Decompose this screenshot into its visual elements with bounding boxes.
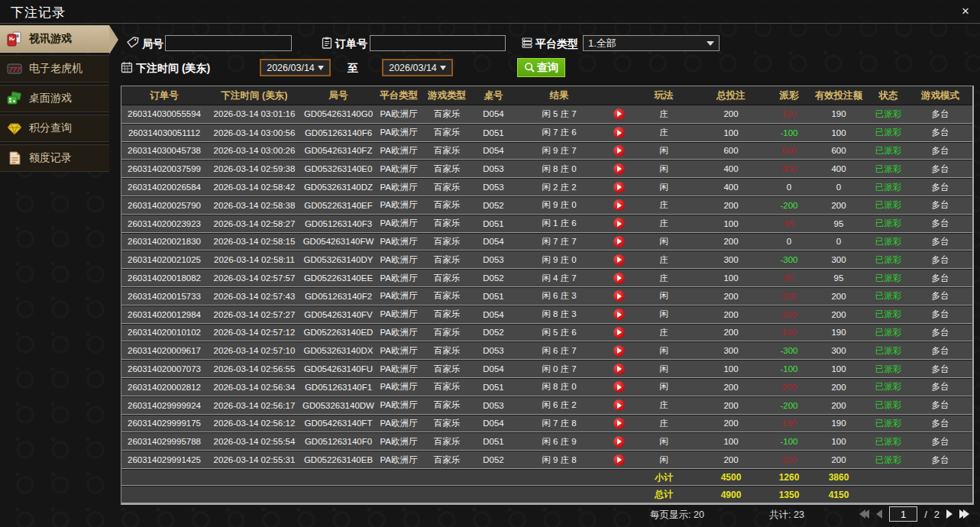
play-button[interactable] [613, 273, 625, 284]
cell-platform: PA欧洲厅 [375, 142, 422, 160]
cell-game_type: 百家乐 [422, 178, 471, 196]
subtotal-row-cell-play: 小计 [635, 469, 693, 487]
grandtotal-row-cell-order [121, 486, 207, 503]
play-button[interactable] [613, 290, 625, 302]
play-button[interactable] [613, 436, 625, 448]
sidebar-item-label: 额度记录 [29, 151, 72, 165]
cell-status: 已派彩 [868, 251, 908, 269]
cell-payout: -200 [769, 196, 809, 215]
column-header [603, 86, 635, 105]
play-button[interactable] [613, 163, 625, 175]
cell-platform: PA欧洲厅 [375, 451, 422, 469]
cell-order: 260314020015733 [121, 287, 207, 306]
table-row: 2603140200129842026-03-14 02:57:27GD0542… [121, 306, 972, 324]
cell-time: 2026-03-14 02:59:38 [207, 160, 302, 178]
play-button[interactable] [613, 327, 625, 338]
play-button[interactable] [613, 145, 625, 157]
cell-play: 庄 [635, 124, 693, 142]
cell-payout: 400 [769, 160, 809, 178]
prev-page-icon[interactable] [876, 509, 882, 519]
first-page-icon[interactable] [859, 509, 869, 519]
cell-platform: PA欧洲厅 [375, 287, 422, 306]
play-button[interactable] [613, 127, 625, 138]
play-button[interactable] [613, 418, 625, 429]
play-button[interactable] [613, 182, 625, 193]
cell-status: 已派彩 [868, 451, 908, 469]
cell-round: GD051263140F6 [302, 124, 375, 142]
cell-result: 闲 1 庄 6 [516, 215, 603, 233]
play-button[interactable] [613, 218, 625, 229]
cell-play_btn [603, 160, 635, 178]
svg-text:777: 777 [8, 66, 21, 73]
cell-payout: -100 [769, 360, 809, 378]
query-button-label: 查询 [537, 61, 558, 75]
current-page-input[interactable]: 1 [889, 506, 917, 522]
cell-result: 闲 8 庄 0 [516, 160, 603, 178]
last-page-icon[interactable] [959, 509, 969, 519]
subtotal-row-cell-total_bet: 4500 [693, 469, 769, 487]
cell-valid_bet: 200 [809, 378, 868, 396]
play-button[interactable] [613, 108, 625, 120]
cell-total_bet: 200 [693, 105, 769, 124]
subtotal-row-cell-status [868, 469, 908, 487]
cell-platform: PA欧洲厅 [375, 160, 422, 178]
cell-table_no: D052 [471, 324, 516, 342]
order-number-label: 订单号 [335, 37, 367, 51]
cell-time: 2026-03-14 02:58:38 [207, 196, 302, 215]
platform-type-select[interactable]: 1.全部 [583, 35, 720, 51]
sidebar-item-table-games[interactable]: 桌面游戏 [0, 85, 109, 112]
cell-table_no: D053 [471, 396, 516, 415]
sidebar-item-points[interactable]: 积分查询 [0, 115, 109, 142]
cell-play_btn [603, 178, 635, 196]
cell-order: 260314020021025 [121, 251, 207, 269]
table-row: 2603140200101022026-03-14 02:57:12GD0522… [121, 324, 972, 342]
cell-play: 庄 [635, 251, 693, 269]
cell-game_type: 百家乐 [422, 324, 471, 342]
play-icon [617, 184, 622, 190]
cell-status: 已派彩 [868, 160, 908, 178]
cell-table_no: D054 [471, 306, 516, 324]
sidebar-item-video-games[interactable]: 9K 视讯游戏 [0, 25, 109, 53]
cell-play: 庄 [635, 196, 693, 215]
play-button[interactable] [613, 309, 625, 320]
play-button[interactable] [613, 399, 625, 411]
date-from-picker[interactable]: 2026/03/14 [260, 59, 331, 76]
play-button[interactable] [613, 199, 625, 211]
cell-mode: 多台 [908, 196, 972, 215]
play-button[interactable] [613, 381, 625, 393]
sidebar-item-quota-records[interactable]: 额度记录 [0, 144, 109, 172]
cell-play: 闲 [635, 432, 693, 451]
cell-play_btn [603, 105, 635, 124]
close-icon[interactable]: × [962, 3, 969, 20]
order-number-input[interactable] [370, 35, 506, 51]
play-button[interactable] [613, 364, 625, 375]
next-page-icon[interactable] [946, 509, 953, 519]
play-button[interactable] [613, 254, 625, 266]
cell-platform: PA欧洲厅 [375, 360, 422, 378]
table-row: 2603140299991752026-03-14 02:56:12GD0542… [121, 415, 972, 433]
cell-order: 260314020021830 [121, 233, 207, 251]
play-button[interactable] [613, 236, 625, 247]
date-to-picker[interactable]: 2026/03/14 [382, 59, 453, 76]
play-button[interactable] [613, 454, 625, 466]
cell-total_bet: 200 [693, 324, 769, 342]
round-number-input[interactable] [165, 35, 292, 51]
cell-table_no: D053 [471, 341, 516, 360]
cell-total_bet: 200 [693, 306, 769, 324]
sidebar-item-slots[interactable]: 777 电子老虎机 [0, 55, 109, 82]
query-button[interactable]: 查询 [517, 58, 565, 77]
cell-mode: 多台 [908, 124, 972, 142]
table-row: 2603140300555942026-03-14 03:01:16GD0542… [121, 105, 972, 124]
cell-play: 庄 [635, 324, 693, 342]
play-button[interactable] [613, 345, 625, 357]
cell-round: GD051263140F0 [302, 432, 375, 451]
grandtotal-row: 总计490013504150 [121, 486, 972, 503]
grandtotal-row-cell-status [868, 486, 908, 503]
cell-total_bet: 200 [693, 396, 769, 415]
cell-table_no: D053 [471, 251, 516, 269]
cell-game_type: 百家乐 [422, 287, 471, 306]
cell-time: 2026-03-14 02:57:57 [207, 269, 302, 287]
cell-play_btn [603, 306, 635, 324]
cell-status: 已派彩 [868, 105, 908, 124]
cell-play: 闲 [635, 451, 693, 469]
